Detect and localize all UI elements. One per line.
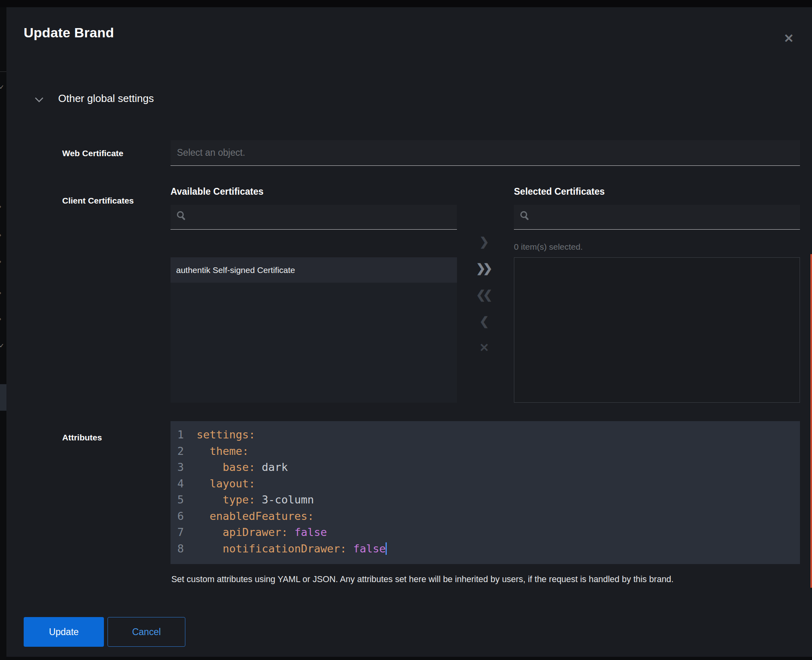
client-certificates-label: Client Certificates <box>62 196 134 206</box>
selected-certificates-heading: Selected Certificates <box>514 186 605 197</box>
line-number: 2 <box>177 443 184 460</box>
web-certificate-label: Web Certificate <box>62 149 124 158</box>
line-number: 4 <box>177 476 184 492</box>
sidebar-active-item-sliver[interactable] <box>0 384 6 411</box>
transfer-controls: ❯❯❯❮❮❮✕ <box>473 232 495 364</box>
move-all-right-button[interactable]: ❯❯ <box>473 258 495 278</box>
certificate-list-item[interactable]: authentik Self-signed Certificate <box>171 257 457 283</box>
remove-all-button[interactable]: ✕ <box>473 338 495 357</box>
line-number: 8 <box>177 541 184 557</box>
chevron-right-icon: › <box>0 258 6 264</box>
chevron-right-icon: › <box>0 289 6 295</box>
search-icon <box>520 211 527 218</box>
move-all-left-button[interactable]: ❮❮ <box>473 285 495 304</box>
check-icon: ✓ <box>0 342 6 348</box>
text-cursor <box>386 542 387 555</box>
code-token: 3-column <box>255 493 314 506</box>
code-line: 2 theme: <box>171 443 800 460</box>
close-icon[interactable]: ✕ <box>777 27 800 50</box>
attributes-help-text: Set custom attributes using YAML or JSON… <box>171 574 797 585</box>
code-token: settings: <box>197 428 255 441</box>
modal-title: Update Brand <box>24 25 114 41</box>
left-sidebar-sliver: ✓›››››✓ <box>0 7 6 660</box>
chevron-down-icon <box>36 94 43 100</box>
code-token: theme: <box>197 445 249 457</box>
selected-search-input[interactable] <box>535 205 797 229</box>
code-line: 8 notificationDrawer: false <box>171 541 800 557</box>
code-line: 1settings: <box>171 427 800 443</box>
check-icon: ✓ <box>0 84 6 90</box>
available-certificates-heading: Available Certificates <box>171 186 264 197</box>
cancel-button[interactable]: Cancel <box>108 617 185 647</box>
sidebar-divider <box>0 71 6 72</box>
code-token: layout: <box>197 477 255 490</box>
attributes-code-editor[interactable]: 1settings:2 theme:3 base: dark4 layout:5… <box>171 421 800 564</box>
code-token: enabledFeatures: <box>197 510 314 522</box>
code-token: type: <box>197 493 255 506</box>
code-token: false <box>347 542 386 555</box>
notification-edge-sliver <box>810 254 812 588</box>
double-chevron-left-icon: ❮❮ <box>476 288 490 301</box>
update-button[interactable]: Update <box>24 617 104 647</box>
code-line: 5 type: 3-column <box>171 492 800 508</box>
web-certificate-input[interactable] <box>171 140 800 166</box>
chevron-right-icon: › <box>0 203 6 209</box>
line-number: 7 <box>177 524 184 541</box>
code-token: apiDrawer: <box>197 526 288 538</box>
section-toggle-other-global-settings[interactable]: Other global settings <box>36 92 154 105</box>
code-line: 7 apiDrawer: false <box>171 524 800 541</box>
close-icon: ✕ <box>479 341 486 354</box>
code-token: false <box>288 526 327 538</box>
chevron-right-icon: ❯ <box>479 235 486 248</box>
code-token: notificationDrawer: <box>197 542 347 555</box>
line-number: 5 <box>177 492 184 508</box>
line-number: 6 <box>177 508 184 525</box>
top-bar <box>0 0 812 7</box>
selected-count-status: 0 item(s) selected. <box>514 242 583 252</box>
code-line: 4 layout: <box>171 476 800 492</box>
code-line: 6 enabledFeatures: <box>171 508 800 525</box>
move-selected-right-button[interactable]: ❯ <box>473 232 495 251</box>
move-selected-left-button[interactable]: ❮ <box>473 311 495 331</box>
line-number: 1 <box>177 427 184 443</box>
chevron-right-icon: › <box>0 232 6 238</box>
selected-search <box>514 205 800 230</box>
code-token: dark <box>255 461 288 473</box>
update-brand-modal: Update Brand ✕ Other global settings Web… <box>6 7 812 657</box>
code-line: 3 base: dark <box>171 459 800 476</box>
code-token: base: <box>197 461 255 473</box>
selected-certificates-list[interactable] <box>514 257 800 403</box>
available-search <box>171 205 457 230</box>
chevron-right-icon: › <box>0 316 6 322</box>
attributes-label: Attributes <box>62 433 102 442</box>
available-certificates-list[interactable]: authentik Self-signed Certificate <box>171 257 457 403</box>
chevron-left-icon: ❮ <box>479 315 486 328</box>
available-search-input[interactable] <box>191 205 454 229</box>
line-number: 3 <box>177 459 184 476</box>
section-label: Other global settings <box>58 92 154 105</box>
double-chevron-right-icon: ❯❯ <box>476 262 490 275</box>
search-icon <box>177 211 184 218</box>
